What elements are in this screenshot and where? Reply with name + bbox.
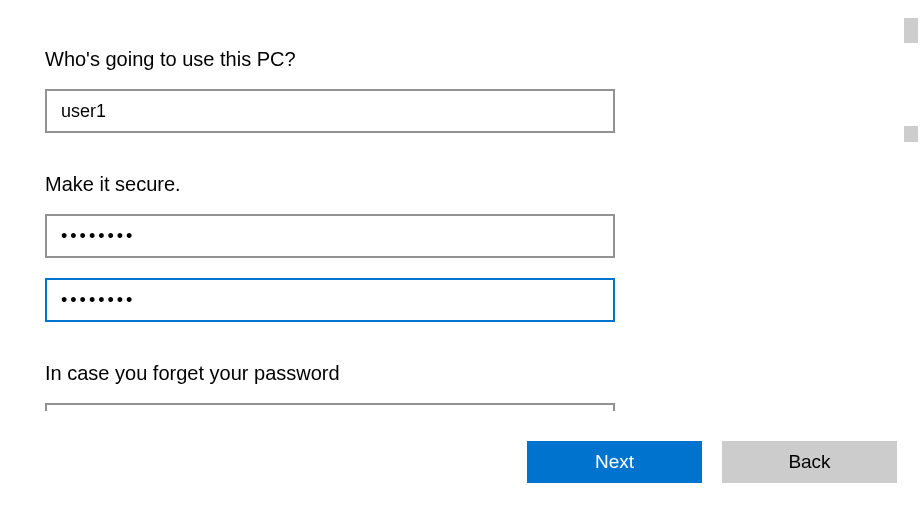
password-input[interactable]: [45, 214, 615, 258]
next-button[interactable]: Next: [527, 441, 702, 483]
password-confirm-input[interactable]: [45, 278, 615, 322]
scrollbar-thumb[interactable]: [904, 18, 918, 43]
username-input[interactable]: [45, 89, 615, 133]
setup-form: Who's going to use this PC? Make it secu…: [0, 0, 920, 411]
back-button[interactable]: Back: [722, 441, 897, 483]
username-label: Who's going to use this PC?: [45, 48, 875, 71]
hint-input-partial[interactable]: [45, 403, 615, 411]
button-bar: Next Back: [527, 441, 897, 483]
password-label: Make it secure.: [45, 173, 875, 196]
hint-label: In case you forget your password: [45, 362, 875, 385]
scrollbar-thumb[interactable]: [904, 126, 918, 142]
scrollbar[interactable]: [902, 0, 920, 506]
